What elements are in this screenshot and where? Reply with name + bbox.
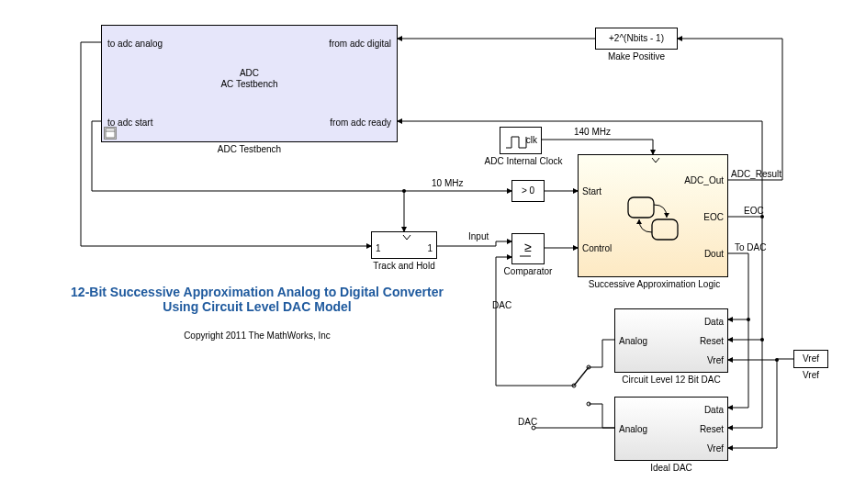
sar-label: Successive Approximation Logic xyxy=(574,279,735,289)
sar-port-start: Start xyxy=(582,186,601,196)
stateflow-icon xyxy=(626,196,681,241)
ideal-dac-analog: Analog xyxy=(619,424,647,434)
adc-clock-block[interactable]: clk xyxy=(500,127,542,154)
sar-block[interactable]: Start Control ADC_Out EOC Dout xyxy=(578,154,728,277)
svg-point-18 xyxy=(747,318,750,321)
gt-zero-text: > 0 xyxy=(512,185,544,196)
copyright-text: Copyright 2011 The MathWorks, Inc xyxy=(129,330,386,341)
sar-port-control: Control xyxy=(582,243,612,253)
vref-label: Vref xyxy=(793,370,828,380)
svg-point-20 xyxy=(402,189,406,193)
ideal-dac-reset: Reset xyxy=(700,424,724,434)
port-from-adc-ready: from adc ready xyxy=(330,118,391,128)
comparator-block[interactable]: ≥ xyxy=(511,233,545,264)
svg-line-10 xyxy=(574,367,589,386)
wire-label-140mhz: 140 MHz xyxy=(574,127,611,137)
circuit-dac-analog: Analog xyxy=(619,336,647,346)
circuit-dac-data: Data xyxy=(704,317,724,327)
svg-marker-5 xyxy=(664,213,669,218)
adc-testbench-block[interactable]: to adc analog to adc start from adc digi… xyxy=(101,25,398,142)
gt-zero-block[interactable]: > 0 xyxy=(511,180,545,202)
port-from-adc-digital: from adc digital xyxy=(329,39,391,49)
ideal-dac-label: Ideal DAC xyxy=(614,463,728,473)
wire-label-to-dac: To DAC xyxy=(735,242,766,252)
circuit-dac-reset: Reset xyxy=(700,336,724,346)
wire-label-adc-result: ADC_Result xyxy=(731,169,781,179)
adc-testbench-label: ADC Testbench xyxy=(101,144,398,154)
adc-testbench-center2: AC Testbench xyxy=(102,79,397,89)
circuit-dac-vref: Vref xyxy=(707,355,724,365)
circuit-dac-block[interactable]: Analog Data Reset Vref xyxy=(614,308,728,373)
comparator-label: Comparator xyxy=(496,266,560,276)
model-reference-icon xyxy=(104,127,117,140)
svg-point-19 xyxy=(775,358,779,362)
vref-block[interactable]: Vref xyxy=(793,350,828,368)
svg-point-17 xyxy=(760,338,764,342)
track-hold-in: 1 xyxy=(376,243,381,253)
sar-port-eoc: EOC xyxy=(703,212,724,222)
track-hold-out: 1 xyxy=(427,243,433,253)
port-to-adc-analog: to adc analog xyxy=(107,39,163,49)
svg-marker-6 xyxy=(636,219,642,224)
manual-switch[interactable] xyxy=(563,363,600,409)
make-positive-text: +2^(Nbits - 1) xyxy=(596,33,677,43)
vref-text: Vref xyxy=(794,353,827,364)
circuit-dac-label: Circuit Level 12 Bit DAC xyxy=(614,375,728,385)
wire-label-eoc: EOC xyxy=(744,206,764,216)
wire-label-10mhz: 10 MHz xyxy=(432,178,463,188)
wire-label-dac1: DAC xyxy=(492,300,511,310)
make-positive-label: Make Positive xyxy=(595,51,678,62)
ideal-dac-block[interactable]: Analog Data Reset Vref xyxy=(614,397,728,461)
ideal-dac-data: Data xyxy=(704,405,724,415)
adc-clock-label: ADC Internal Clock xyxy=(478,156,569,166)
wire-label-dac2: DAC xyxy=(518,417,537,427)
svg-rect-3 xyxy=(628,197,654,218)
adc-clock-port-clk: clk xyxy=(526,135,537,145)
wire-label-input: Input xyxy=(468,231,489,241)
svg-rect-4 xyxy=(652,219,678,240)
track-hold-label: Track and Hold xyxy=(363,261,445,271)
make-positive-block[interactable]: +2^(Nbits - 1) xyxy=(595,28,678,50)
sar-port-adc-out: ADC_Out xyxy=(684,175,724,185)
diagram-title-line2: Using Circuit Level DAC Model xyxy=(28,299,487,314)
sar-port-dout: Dout xyxy=(704,249,724,259)
svg-rect-0 xyxy=(106,129,115,138)
ideal-dac-vref: Vref xyxy=(707,443,724,454)
adc-testbench-center1: ADC xyxy=(102,68,397,78)
track-hold-block[interactable]: 1 1 xyxy=(371,231,437,259)
diagram-title-line1: 12-Bit Successive Approximation Analog t… xyxy=(28,285,487,299)
